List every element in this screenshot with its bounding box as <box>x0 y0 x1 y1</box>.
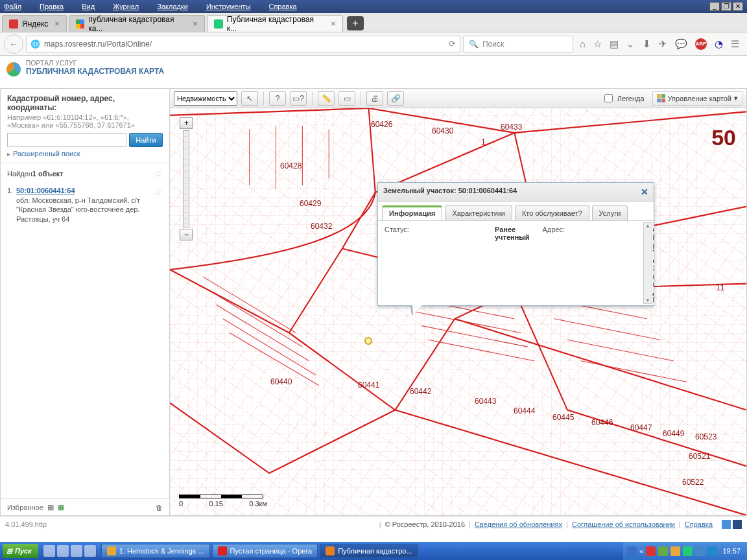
lang-ru-icon[interactable] <box>627 546 637 556</box>
identify-tool-icon[interactable]: ▭? <box>290 91 307 106</box>
ql-icon[interactable] <box>43 545 55 557</box>
search-button[interactable]: Найти <box>129 133 163 147</box>
page: ПОРТАЛ УСЛУГ ПУБЛИЧНАЯ КАДАСТРОВАЯ КАРТА… <box>0 56 747 531</box>
tab-characteristics[interactable]: Характеристики <box>445 205 512 220</box>
home-icon[interactable]: ⌂ <box>580 38 586 50</box>
print-icon[interactable]: 🖨 <box>366 91 383 106</box>
rosreestr-icon <box>214 19 223 29</box>
tray-icon[interactable] <box>646 546 656 556</box>
menu-bookmarks[interactable]: Закладки <box>157 3 197 10</box>
result-link[interactable]: 50:01:0060441:64 <box>16 187 75 194</box>
favorite-all-icon[interactable]: ☆ <box>154 169 163 179</box>
task-opera[interactable]: Пустая страница - Opera <box>212 544 318 558</box>
map-area: Недвижимость ↖ ? ▭? 📏 ▭ 🖨 🔗 Легенда Упра… <box>170 88 747 516</box>
tab-yandex[interactable]: Яндекс × <box>2 15 67 32</box>
ql-icon[interactable] <box>57 545 69 557</box>
parcel-label: 60446 <box>591 418 613 427</box>
result-item[interactable]: 1. 50:01:0060441:64 ☆ обл. Московская, р… <box>1 184 169 228</box>
chat-icon[interactable]: 💬 <box>675 38 687 50</box>
tab-rosreestr-map[interactable]: Публичная кадастровая к... × <box>207 15 343 32</box>
parcel-label: 60445 <box>552 413 574 422</box>
select-area-icon[interactable]: ▭ <box>338 91 355 106</box>
menu-view[interactable]: Вид <box>82 3 104 10</box>
pointer-tool-icon[interactable]: ↖ <box>241 91 258 106</box>
close-icon[interactable]: × <box>331 19 336 29</box>
task-firefox[interactable]: Публичная кадастро... <box>320 544 418 558</box>
link-updates[interactable]: Сведения об обновлениях <box>475 520 562 528</box>
search-title: Кадастровый номер, адрес, координаты: <box>7 94 163 112</box>
tab-information[interactable]: Информация <box>382 205 442 220</box>
advanced-search-link[interactable]: Расширенный поиск <box>7 150 163 158</box>
bookmark-icon[interactable]: ☆ <box>593 38 602 50</box>
tab-services-provider[interactable]: Кто обслуживает? <box>515 205 589 220</box>
link-icon[interactable]: 🔗 <box>387 91 404 106</box>
opera-icon <box>218 546 227 555</box>
tab-google-search[interactable]: публичная кадастровая ка... × <box>69 15 205 32</box>
close-icon[interactable]: × <box>54 19 60 29</box>
back-button[interactable]: ← <box>4 34 23 54</box>
menu-help[interactable]: Справка <box>268 3 305 10</box>
cadastral-search-input[interactable] <box>7 133 126 147</box>
clock[interactable]: 19:57 <box>722 547 741 555</box>
tab-services[interactable]: Услуги <box>592 205 628 220</box>
url-bar[interactable]: 🌐 maps.rosreestr.ru/PortalOnline/ ⟳ <box>26 36 460 52</box>
pocket-icon[interactable]: ⌄ <box>626 38 635 50</box>
tray-icon[interactable] <box>683 546 693 556</box>
reload-icon[interactable]: ⟳ <box>449 39 456 49</box>
quick-launch <box>41 545 99 557</box>
ql-icon[interactable] <box>71 545 82 557</box>
parcel-label: 60432 <box>311 222 332 231</box>
downloads-icon[interactable]: ⬇ <box>643 38 651 50</box>
tab-label: Публичная кадастровая к... <box>227 15 325 33</box>
info-tool-icon[interactable]: ? <box>269 91 286 106</box>
tray-expand-icon[interactable]: « <box>639 547 643 555</box>
task-winamp[interactable]: 1. Hemstock & Jennings ... <box>101 544 210 558</box>
selected-parcel-marker[interactable] <box>364 337 372 345</box>
menu-history[interactable]: Журнал <box>113 3 148 10</box>
map-canvas[interactable]: 60426 60428 60429 60432 60430 60433 6044… <box>170 108 746 515</box>
window-restore-button[interactable]: ❐ <box>721 2 731 11</box>
export-xls-icon[interactable]: ▦ <box>58 503 64 511</box>
start-button[interactable]: ⊞ Пуск <box>3 544 38 558</box>
extension-icon[interactable]: ◔ <box>715 38 723 50</box>
popup-scrollbar[interactable] <box>643 222 652 304</box>
tray-icon[interactable] <box>658 546 668 556</box>
window-minimize-button[interactable]: _ <box>709 2 720 11</box>
browser-search[interactable]: 🔍 Поиск <box>463 36 573 52</box>
twitter-icon[interactable] <box>722 520 731 529</box>
zoom-out-button[interactable]: − <box>180 229 193 240</box>
link-help[interactable]: Справка <box>685 520 713 528</box>
menu-tools[interactable]: Инструменты <box>206 3 260 10</box>
zoom-in-button[interactable]: + <box>180 117 193 129</box>
firefox-icon <box>326 546 335 555</box>
info-row: Статус:Ранее учтенный <box>378 224 536 303</box>
new-tab-button[interactable]: + <box>347 16 364 30</box>
legend-toggle[interactable]: Легенда <box>602 92 645 104</box>
trash-icon[interactable]: 🗑 <box>156 504 163 511</box>
parcel-label: 60441 <box>358 380 379 390</box>
tray-icon[interactable] <box>707 546 717 556</box>
winamp-icon <box>107 546 116 555</box>
popup-close-icon[interactable]: ✕ <box>641 187 648 197</box>
layer-type-select[interactable]: Недвижимость <box>174 91 237 106</box>
menu-icon[interactable]: ☰ <box>731 38 739 50</box>
export-csv-icon[interactable]: ▦ <box>47 503 54 511</box>
facebook-icon[interactable] <box>733 520 742 529</box>
tray-icon[interactable] <box>670 546 680 556</box>
menu-edit[interactable]: Правка <box>40 3 73 10</box>
send-icon[interactable]: ✈ <box>659 38 667 50</box>
library-icon[interactable]: ▤ <box>610 38 619 50</box>
measure-tool-icon[interactable]: 📏 <box>318 91 335 106</box>
tray-icon[interactable] <box>695 546 705 556</box>
menu-file[interactable]: Файл <box>4 3 30 10</box>
close-icon[interactable]: × <box>193 19 198 29</box>
result-address: обл. Московская, р-н Талдомский, с/т "Кр… <box>16 196 163 224</box>
link-agreement[interactable]: Соглашение об использовании <box>572 520 675 528</box>
window-close-button[interactable]: ✕ <box>733 2 743 11</box>
favorite-icon[interactable]: ☆ <box>154 187 163 197</box>
adblock-icon[interactable]: ABP <box>695 38 707 50</box>
parcel-label: 60433 <box>501 122 522 132</box>
zoom-slider[interactable] <box>183 130 189 228</box>
ql-icon[interactable] <box>84 545 96 557</box>
layer-control[interactable]: Управление картой ▾ <box>652 91 742 106</box>
